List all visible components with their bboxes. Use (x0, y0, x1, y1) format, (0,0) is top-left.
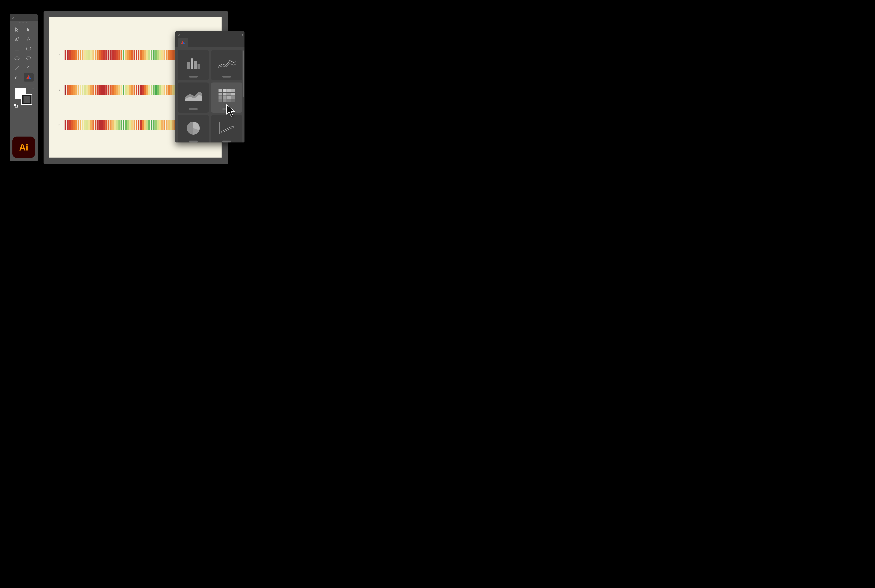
ellipse-icon (14, 56, 20, 60)
heatmap-cell (170, 50, 172, 60)
heatmap-cell (153, 120, 155, 130)
arc-icon (26, 65, 32, 70)
scrollbar[interactable] (243, 50, 244, 97)
heatmap-cell (112, 85, 114, 95)
heatmap-cell (82, 120, 84, 130)
ellipse-tool[interactable] (12, 54, 22, 63)
default-fill-stroke-icon[interactable] (14, 104, 18, 108)
chart-chooser-header[interactable]: ✕ ‹‹ (176, 32, 245, 38)
heatmap-cell (131, 50, 133, 60)
heatmap-cell (168, 120, 170, 130)
brush-tool[interactable] (12, 73, 22, 81)
heatmap-cell (114, 85, 116, 95)
heatmap-cell (151, 120, 152, 130)
svg-point-47 (230, 128, 231, 129)
heatmap-cell (101, 50, 103, 60)
selection-tool[interactable] (12, 26, 22, 34)
collapse-icon[interactable]: ‹‹ (242, 33, 242, 36)
pen-tool[interactable] (12, 35, 22, 44)
heatmap-cell (88, 120, 90, 130)
svg-point-42 (225, 129, 226, 130)
heatmap-cell (136, 85, 137, 95)
heatmap-cell (123, 85, 125, 95)
direct-selection-tool[interactable] (24, 26, 34, 34)
chart-type-caption (222, 108, 231, 110)
close-icon[interactable]: ✕ (12, 16, 15, 20)
heatmap-cell (131, 85, 133, 95)
chart-chooser-tab-active[interactable] (178, 38, 188, 47)
line-tool[interactable] (24, 35, 34, 44)
grip-handle[interactable] (10, 21, 38, 24)
heatmap-cell (151, 50, 152, 60)
heatmap-cell (136, 120, 137, 130)
heatmap-cell (67, 85, 68, 95)
heatmap-cell (95, 120, 96, 130)
heatmap-cell (86, 85, 88, 95)
heatmap-cell (75, 120, 77, 130)
rounded-rectangle-tool[interactable] (24, 45, 34, 53)
arc-tool[interactable] (24, 64, 34, 72)
heatmap-cell (73, 120, 75, 130)
heatmap-cell (104, 120, 105, 130)
heatmap-cell (69, 120, 71, 130)
svg-rect-16 (194, 61, 197, 69)
tools-panel-header[interactable]: ✕ ‹‹ (10, 14, 38, 21)
chart-type-area[interactable] (178, 82, 209, 112)
chart-type-pie[interactable] (178, 115, 209, 142)
rectangle-tool[interactable] (12, 45, 22, 53)
heatmap-cell (123, 120, 125, 130)
tools-grid (10, 24, 38, 83)
heatmap-icon (219, 89, 235, 102)
svg-rect-34 (227, 99, 231, 102)
heatmap-cell (82, 85, 84, 95)
heatmap-cell (119, 85, 120, 95)
svg-point-46 (229, 127, 230, 128)
chart-chooser-body (176, 47, 245, 142)
heatmap-cell (73, 85, 75, 95)
heatmap-row-b[interactable] (65, 85, 177, 95)
heatmap-cell (71, 50, 73, 60)
line-chart-icon (218, 58, 236, 69)
svg-rect-1 (15, 47, 19, 50)
heatmap-cell (88, 85, 90, 95)
polygon-tool[interactable] (24, 54, 34, 63)
illustrator-badge: Ai (12, 136, 35, 158)
heatmap-row-c[interactable] (65, 120, 177, 130)
heatmap-row-a[interactable] (65, 50, 177, 60)
svg-rect-30 (227, 96, 231, 99)
hexagon-icon (26, 56, 32, 61)
heatmap-cell (99, 85, 101, 95)
heatmap-cell (65, 50, 66, 60)
chart-chooser-panel: ✕ ‹‹ (176, 32, 245, 142)
swap-fill-stroke-icon[interactable]: ⇄ (32, 87, 35, 90)
heatmap-cell (119, 120, 120, 130)
chart-type-heatmap[interactable] (211, 82, 242, 112)
chart-type-scatter[interactable] (211, 115, 242, 142)
heatmap-cell (146, 50, 148, 60)
heatmap-cell (114, 50, 116, 60)
heatmap-cell (149, 50, 150, 60)
line-segment-tool[interactable] (12, 64, 22, 72)
svg-rect-32 (219, 99, 222, 102)
fill-stroke-swatches[interactable]: ⇄ (10, 86, 38, 108)
heatmap-cell (105, 120, 107, 130)
heatmap-cell (108, 85, 109, 95)
heatmap-cell (101, 85, 103, 95)
heatmap-cell (123, 50, 125, 60)
svg-rect-35 (231, 99, 235, 102)
svg-point-0 (16, 39, 17, 40)
chart-type-line[interactable] (211, 50, 242, 80)
stroke-swatch[interactable] (21, 94, 32, 105)
tools-panel: ✕ ‹‹ (10, 14, 38, 161)
chart-type-bar[interactable] (178, 50, 209, 80)
heatmap-cell (149, 85, 150, 95)
svg-point-49 (233, 126, 234, 128)
heatmap-cell (69, 85, 71, 95)
datylon-plugin-tool[interactable] (24, 73, 34, 81)
heatmap-cell (146, 120, 148, 130)
close-icon[interactable]: ✕ (178, 33, 180, 37)
stage: ✕ ‹‹ (0, 0, 255, 175)
svg-marker-13 (181, 40, 183, 44)
heatmap-cell (159, 120, 161, 130)
heatmap-cell (90, 120, 92, 130)
